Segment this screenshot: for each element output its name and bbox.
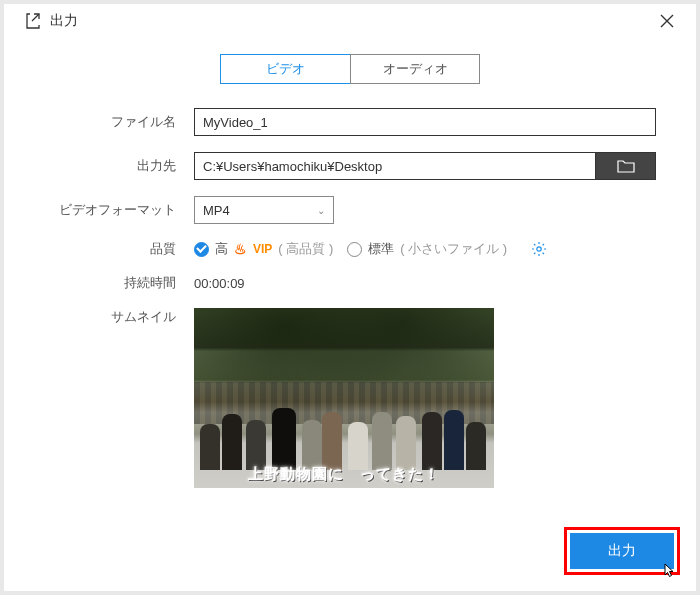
output-path-input[interactable] (194, 152, 596, 180)
svg-point-0 (537, 247, 541, 251)
browse-folder-button[interactable] (596, 152, 656, 180)
quality-standard-label: 標準 (368, 240, 394, 258)
quality-high-label: 高 (215, 240, 228, 258)
quality-standard-radio[interactable]: 標準 ( 小さいファイル ) (347, 240, 507, 258)
export-dialog: 出力 ビデオ オーディオ ファイル名 出力先 (4, 4, 696, 591)
video-format-value: MP4 (203, 203, 230, 218)
cursor-icon (662, 563, 676, 579)
folder-icon (617, 159, 635, 173)
quality-settings-button[interactable] (531, 241, 547, 257)
chevron-down-icon: ⌄ (317, 205, 325, 216)
flame-icon: ♨ (234, 241, 247, 257)
dialog-header: 出力 (4, 4, 696, 34)
quality-high-radio[interactable]: 高 ♨VIP ( 高品質 ) (194, 240, 333, 258)
thumbnail-caption: 上野動物園に ってきた！ (194, 465, 494, 484)
vip-badge: VIP (253, 242, 272, 256)
tab-audio[interactable]: オーディオ (350, 54, 480, 84)
close-button[interactable] (654, 12, 680, 30)
label-filename: ファイル名 (44, 113, 194, 131)
label-thumbnail: サムネイル (44, 308, 194, 326)
video-format-select[interactable]: MP4 ⌄ (194, 196, 334, 224)
export-button-label: 出力 (608, 542, 636, 560)
label-quality: 品質 (44, 240, 194, 258)
dialog-title: 出力 (50, 12, 654, 30)
export-button-highlight: 出力 (564, 527, 680, 575)
quality-high-note: ( 高品質 ) (278, 240, 333, 258)
thumbnail-preview: 上野動物園に ってきた！ (194, 308, 494, 488)
export-button[interactable]: 出力 (570, 533, 674, 569)
radio-unchecked-icon (347, 242, 362, 257)
quality-standard-note: ( 小さいファイル ) (400, 240, 507, 258)
tab-video[interactable]: ビデオ (220, 54, 350, 84)
label-output-to: 出力先 (44, 157, 194, 175)
tab-bar: ビデオ オーディオ (4, 54, 696, 84)
label-video-format: ビデオフォーマット (44, 201, 194, 219)
filename-input[interactable] (194, 108, 656, 136)
duration-value: 00:00:09 (194, 276, 245, 291)
radio-checked-icon (194, 242, 209, 257)
export-icon (24, 12, 42, 30)
label-duration: 持続時間 (44, 274, 194, 292)
